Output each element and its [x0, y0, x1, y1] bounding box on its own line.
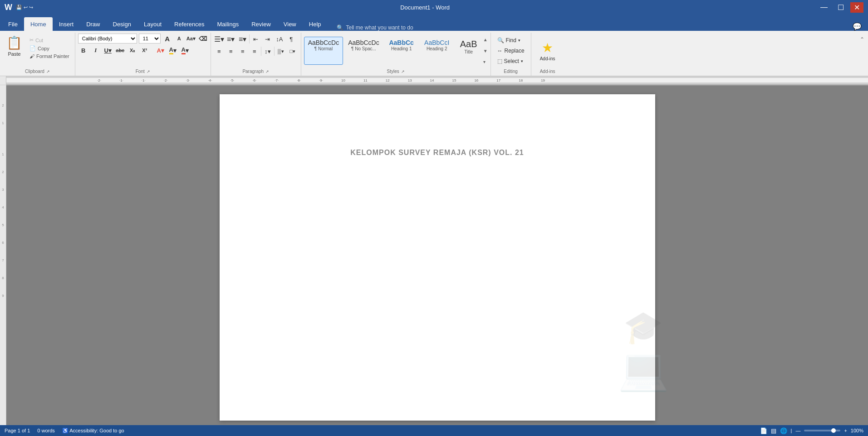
styles-group: AaBbCcDc ¶ Normal AaBbCcDc ¶ No Spac... …	[301, 33, 491, 76]
zoom-out-button[interactable]: —	[795, 428, 800, 433]
strikethrough-button[interactable]: abc	[115, 45, 126, 56]
replace-label: Replace	[505, 48, 525, 54]
collapse-ribbon-button[interactable]: ⌃	[858, 34, 866, 44]
cut-button[interactable]: ✂ Cut	[27, 36, 72, 44]
font-group: Calibri (Body) 11 A A Aa▾ ⌫ B I U▾	[75, 33, 211, 76]
style-nospace-button[interactable]: AaBbCcDc ¶ No Spac...	[344, 37, 383, 65]
style-heading2-button[interactable]: AaBbCcI Heading 2	[420, 37, 454, 65]
font-group-content: Calibri (Body) 11 A A Aa▾ ⌫ B I U▾	[78, 34, 208, 68]
tab-draw[interactable]: Draw	[80, 17, 106, 31]
view-web-icon[interactable]: 🌐	[780, 427, 787, 434]
addins-group-content: ★ Add-ins	[534, 34, 561, 68]
small-clipboard-btns: ✂ Cut 📄 Copy 🖌 Format Painter	[27, 34, 72, 60]
view-read-icon[interactable]: 📄	[760, 427, 767, 434]
styles-expand-icon[interactable]: ↗	[401, 69, 405, 74]
bold-button[interactable]: B	[78, 45, 89, 56]
search-placeholder[interactable]: Tell me what you want to do	[346, 24, 413, 31]
borders-button[interactable]: □▾	[287, 46, 298, 57]
subscript-button[interactable]: X₂	[127, 45, 138, 56]
window-controls: — ☐ ✕	[817, 2, 863, 13]
align-left-button[interactable]: ≡	[214, 46, 225, 57]
shading-button[interactable]: ▒▾	[275, 46, 286, 57]
copy-icon: 📄	[29, 45, 36, 51]
underline-button[interactable]: U▾	[103, 45, 113, 56]
zoom-slider[interactable]	[804, 430, 840, 431]
highlight-button[interactable]: A▾	[167, 45, 178, 56]
app-container: W 💾 ↩ ↪ Document1 - Word — ☐ ✕ File Home…	[0, 0, 868, 436]
paste-button[interactable]: 📋 Paste	[3, 34, 26, 61]
decrease-indent-button[interactable]: ⇤	[250, 34, 261, 44]
increase-indent-button[interactable]: ⇥	[262, 34, 273, 44]
tab-layout[interactable]: Layout	[137, 17, 168, 31]
find-chevron: ▾	[518, 38, 520, 43]
style-title-preview: AaB	[460, 39, 477, 49]
justify-button[interactable]: ≡	[249, 46, 260, 57]
paragraph-expand-icon[interactable]: ↗	[265, 69, 269, 74]
page-content[interactable]: KELOMPOK SURVEY REMAJA (KSR) VOL. 21	[256, 149, 619, 421]
copy-button[interactable]: 📄 Copy	[27, 44, 72, 52]
tab-insert[interactable]: Insert	[53, 17, 80, 31]
line-spacing-button[interactable]: ↕▾	[262, 46, 273, 57]
select-button[interactable]: ⬚ Select ▾	[494, 57, 527, 66]
align-right-button[interactable]: ≡	[237, 46, 248, 57]
superscript-button[interactable]: X²	[139, 45, 150, 56]
font-name-select[interactable]: Calibri (Body)	[78, 34, 137, 44]
view-separator: |	[791, 428, 792, 433]
text-effects-button[interactable]: A▾	[155, 45, 166, 56]
align-center-button[interactable]: ≡	[226, 46, 236, 57]
styles-expand[interactable]: ▾	[483, 59, 488, 64]
bullets-button[interactable]: ☰▾	[214, 34, 225, 44]
page-count[interactable]: Page 1 of 1	[5, 428, 30, 433]
style-title-button[interactable]: AaB Title	[455, 37, 482, 65]
style-normal-button[interactable]: AaBbCcDc ¶ Normal	[304, 37, 343, 65]
numbering-button[interactable]: ≡▾	[226, 34, 236, 44]
maximize-btn[interactable]: ☐	[834, 2, 848, 13]
minimize-btn[interactable]: —	[817, 2, 831, 13]
addins-button[interactable]: ★ Add-ins	[536, 37, 559, 64]
show-hide-button[interactable]: ¶	[286, 34, 297, 44]
title-bar: W 💾 ↩ ↪ Document1 - Word — ☐ ✕	[0, 0, 868, 15]
addins-star-icon: ★	[542, 40, 553, 55]
change-case-button[interactable]: Aa▾	[186, 34, 196, 44]
grow-font-button[interactable]: A	[162, 34, 172, 44]
tab-review[interactable]: Review	[245, 17, 277, 31]
tab-help[interactable]: Help	[303, 17, 328, 31]
format-painter-button[interactable]: 🖌 Format Painter	[27, 53, 72, 60]
word-count[interactable]: 0 words	[37, 428, 55, 433]
tab-mailings[interactable]: Mailings	[211, 17, 245, 31]
replace-button[interactable]: ↔ Replace	[494, 46, 528, 55]
paragraph-row1: ☰▾ ≡▾ ≡▾ ⇤ ⇥ ↕A ¶	[214, 34, 297, 44]
font-size-select[interactable]: 11	[139, 34, 161, 44]
style-heading1-button[interactable]: AaBbCc Heading 1	[384, 37, 419, 65]
styles-scroll-down[interactable]: ▼	[483, 48, 488, 53]
app-title: Document1 - Word	[33, 4, 817, 11]
document-page[interactable]: KELOMPOK SURVEY REMAJA (KSR) VOL. 21 🎓 💻	[220, 94, 655, 421]
sort-button[interactable]: ↕A	[274, 34, 285, 44]
italic-button[interactable]: I	[90, 45, 101, 56]
styles-scroll-up[interactable]: ▲	[483, 37, 488, 42]
close-btn[interactable]: ✕	[850, 2, 863, 13]
tab-home[interactable]: Home	[24, 17, 53, 31]
view-print-icon[interactable]: ▤	[771, 427, 776, 434]
tab-references[interactable]: References	[168, 17, 211, 31]
accessibility-status[interactable]: ♿ Accessibility: Good to go	[62, 428, 124, 434]
addins-group: ★ Add-ins Add-ins	[531, 33, 564, 76]
share-icon[interactable]: 💬	[853, 22, 862, 31]
zoom-level[interactable]: 100%	[851, 428, 863, 433]
zoom-in-button[interactable]: +	[844, 428, 847, 433]
find-button[interactable]: 🔍 Find ▾	[494, 36, 524, 45]
tab-file[interactable]: File	[2, 17, 24, 31]
clipboard-expand-icon[interactable]: ↗	[46, 69, 50, 74]
watermark-school-icon: 🎓	[618, 309, 669, 346]
find-icon: 🔍	[497, 37, 504, 44]
font-row2: B I U▾ abc X₂ X² A▾ A▾ A▾	[78, 45, 191, 56]
font-color-button[interactable]: A▾	[180, 45, 191, 56]
tab-view[interactable]: View	[277, 17, 303, 31]
multilevel-button[interactable]: ≡▾	[237, 34, 248, 44]
shrink-font-button[interactable]: A	[174, 34, 184, 44]
search-area: 🔍 Tell me what you want to do	[328, 24, 853, 31]
font-expand-icon[interactable]: ↗	[147, 69, 150, 74]
clear-formatting-button[interactable]: ⌫	[198, 34, 208, 44]
tab-design[interactable]: Design	[107, 17, 137, 31]
page-canvas[interactable]: KELOMPOK SURVEY REMAJA (KSR) VOL. 21 🎓 💻	[6, 85, 868, 425]
